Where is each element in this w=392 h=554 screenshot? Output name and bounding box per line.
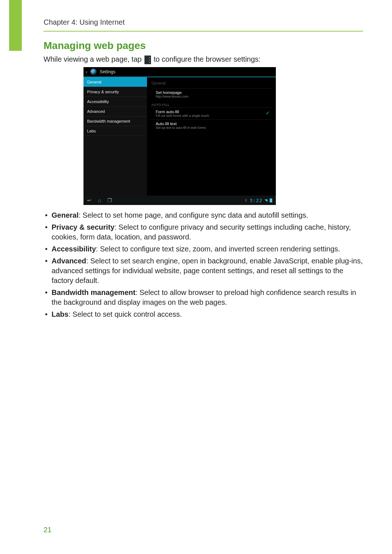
autofill-section-label: AUTO-FILL <box>151 100 272 107</box>
sidebar-item-general[interactable]: General <box>83 77 147 87</box>
system-navbar: ↩ ⌂ ❐ ⇩ 3:22 ◥ <box>83 196 276 205</box>
set-homepage-sub: http://www.lenovo.com <box>156 95 272 98</box>
sidebar-item-labs[interactable]: Labs <box>83 126 147 136</box>
set-homepage-title: Set homepage <box>156 90 272 95</box>
intro-after: to configure the browser settings: <box>154 55 261 63</box>
recent-apps-icon[interactable]: ❐ <box>107 197 112 203</box>
list-item: Privacy & security: Select to configure … <box>44 222 363 242</box>
statusbar-clock: 3:22 <box>250 198 262 203</box>
section-title: Managing web pages <box>44 40 146 52</box>
form-autofill-row[interactable]: Form auto-fill Fill out web forms with a… <box>151 107 272 119</box>
sidebar-item-accessibility[interactable]: Accessibility <box>83 97 147 107</box>
list-item: General: Select to set home page, and co… <box>44 210 363 220</box>
settings-screenshot: ‹ Settings General Privacy & security Ac… <box>83 67 276 205</box>
list-item: Advanced: Select to set search engine, o… <box>44 256 363 286</box>
autofill-text-sub: Set up text to auto-fill in web forms <box>156 126 272 130</box>
main-panel-heading: General <box>151 79 272 88</box>
settings-topbar: ‹ Settings <box>83 67 276 77</box>
chapter-text: Chapter 4: Using Internet <box>44 18 124 26</box>
page-number: 21 <box>44 526 52 534</box>
back-chevron-icon[interactable]: ‹ <box>86 69 87 75</box>
overflow-menu-icon <box>144 56 151 64</box>
sidebar-item-advanced[interactable]: Advanced <box>83 107 147 116</box>
form-autofill-title: Form auto-fill <box>156 110 272 114</box>
chapter-header: Chapter 4: Using Internet <box>44 18 363 32</box>
list-item: Bandwidth management: Select to allow br… <box>44 288 363 307</box>
list-item: Labs: Select to set quick control access… <box>44 309 363 319</box>
battery-icon <box>270 198 272 202</box>
set-homepage-row[interactable]: Set homepage http://www.lenovo.com <box>151 88 272 100</box>
autofill-text-title: Auto-fill text <box>156 122 272 126</box>
sidebar-item-privacy[interactable]: Privacy & security <box>83 87 147 97</box>
form-autofill-sub: Fill out web forms with a single touch <box>156 114 272 118</box>
bullet-list: General: Select to set home page, and co… <box>44 210 363 321</box>
sidebar-item-bandwidth[interactable]: Bandwidth management <box>83 116 147 126</box>
list-item: Accessibility: Select to configure text … <box>44 244 363 254</box>
side-accent-tab <box>9 0 22 51</box>
back-icon[interactable]: ↩ <box>87 197 91 203</box>
intro-line: While viewing a web page, tap to configu… <box>44 54 363 64</box>
settings-main-panel: General Set homepage http://www.lenovo.c… <box>147 77 276 197</box>
download-status-icon: ⇩ <box>244 198 248 203</box>
home-icon[interactable]: ⌂ <box>98 197 101 203</box>
wifi-icon: ◥ <box>265 198 268 202</box>
settings-sidebar: General Privacy & security Accessibility… <box>83 77 147 197</box>
autofill-text-row[interactable]: Auto-fill text Set up text to auto-fill … <box>151 119 272 131</box>
globe-icon <box>90 69 97 75</box>
checkmark-icon[interactable]: ✓ <box>266 110 270 116</box>
intro-before: While viewing a web page, tap <box>44 55 144 63</box>
settings-title: Settings <box>100 69 115 74</box>
